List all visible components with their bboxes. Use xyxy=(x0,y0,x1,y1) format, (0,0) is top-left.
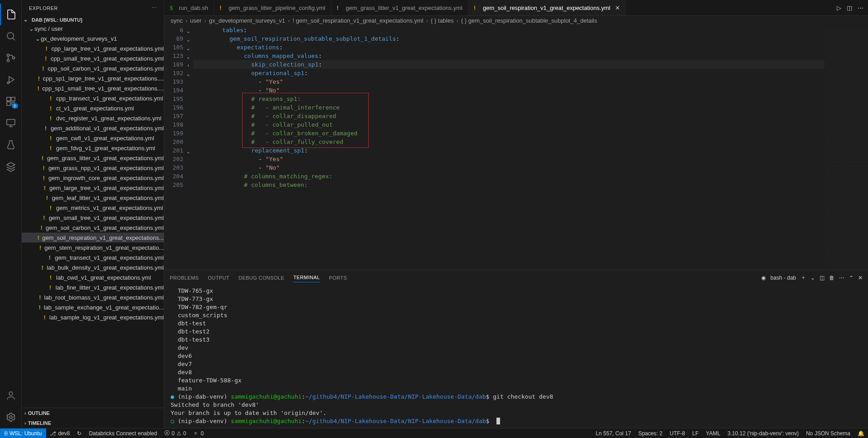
activity-scm-icon[interactable] xyxy=(0,47,22,69)
tree-file[interactable]: !gem_small_tree_v1_great_expectations.ym… xyxy=(22,213,164,223)
tree-file[interactable]: !lab_sample_exchange_v1_great_expectatio… xyxy=(22,302,164,312)
editor-tab[interactable]: !gem_grass_litter_pipeline_config.yml xyxy=(214,0,331,15)
code-line[interactable]: expectations: xyxy=(193,43,825,52)
tree-file[interactable]: !lab_sample_log_v1_great_expectations.ym… xyxy=(22,312,164,322)
activity-extensions-icon[interactable]: 2 xyxy=(0,90,22,112)
code-line[interactable]: # - collar_fully_covered xyxy=(193,138,825,146)
tree-file[interactable]: !lab_bulk_density_v1_great_expectations.… xyxy=(22,262,164,272)
run-icon[interactable]: ▷ xyxy=(837,5,841,11)
tree-file[interactable]: !lab_cwd_v1_great_expectations.yml xyxy=(22,272,164,282)
tree-file[interactable]: !cpp_soil_carbon_v1_great_expectations.y… xyxy=(22,63,164,73)
tree-file[interactable]: !gem_transect_v1_great_expectations.yml xyxy=(22,252,164,262)
activity-explorer-icon[interactable] xyxy=(0,4,22,25)
code-line[interactable]: skip_collection_sp1: xyxy=(193,60,825,69)
activity-testing-icon[interactable] xyxy=(0,134,22,156)
status-lncol[interactable]: Ln 557, Col 17 xyxy=(592,428,634,438)
code-line[interactable]: - "No" xyxy=(193,163,825,172)
tree-file[interactable]: !gem_grass_litter_v1_great_expectations.… xyxy=(22,153,164,163)
panel-tab[interactable]: PROBLEMS xyxy=(170,273,199,282)
panel-tab[interactable]: PORTS xyxy=(329,273,347,282)
tree-file[interactable]: !lab_root_biomass_v1_great_expectations.… xyxy=(22,292,164,302)
panel-tab[interactable]: DEBUG CONSOLE xyxy=(238,273,284,282)
status-spaces[interactable]: Spaces: 2 xyxy=(634,428,666,438)
code-line[interactable]: columns_mapped_values: xyxy=(193,52,825,60)
code-line[interactable]: - "No" xyxy=(193,86,825,95)
fold-icon[interactable]: ⌄ xyxy=(187,52,190,61)
code-line[interactable]: gem_soil_respiration_subtable_subplot_1_… xyxy=(193,34,825,43)
status-databricks[interactable]: Databricks Connect enabled xyxy=(85,428,161,438)
status-schema[interactable]: No JSON Schema xyxy=(802,428,854,438)
breadcrumb-segment[interactable]: { } tables xyxy=(431,17,454,24)
tree-file[interactable]: !gem_additional_v1_great_expectations.ym… xyxy=(22,123,164,133)
tree-file[interactable]: !gem_soil_respiration_v1_great_expectati… xyxy=(22,233,164,243)
minimap[interactable] xyxy=(825,26,868,270)
split-terminal-icon[interactable]: ◫ xyxy=(820,275,825,281)
code-line[interactable]: # - collar_pulled_out xyxy=(193,120,825,129)
tree-file[interactable]: !lab_fine_litter_v1_great_expectations.y… xyxy=(22,282,164,292)
status-python[interactable]: 3.10.12 ('nip-dab-venv': venv) xyxy=(724,428,802,438)
code-line[interactable]: # - collar_broken_or_damaged xyxy=(193,129,825,138)
tree-file[interactable]: !gem_ingrowth_core_great_expectations.ym… xyxy=(22,173,164,183)
sidebar-more-icon[interactable]: ⋯ xyxy=(152,5,157,11)
editor-tab[interactable]: !gem_soil_respiration_v1_great_expectati… xyxy=(468,0,626,15)
code-line[interactable]: operational_sp1: xyxy=(193,69,825,77)
tree-file[interactable]: !gem_soil_carbon_v1_great_expectations.y… xyxy=(22,223,164,233)
fold-icon[interactable]: ⌄ xyxy=(187,44,190,52)
status-branch[interactable]: ⎇ dev8 xyxy=(46,428,73,438)
tree-file[interactable]: !gem_leaf_litter_v1_great_expectations.y… xyxy=(22,193,164,203)
panel-more-icon[interactable]: ⋯ xyxy=(839,275,844,281)
status-problems[interactable]: ⓧ0 ⚠0 xyxy=(161,428,190,438)
code-line[interactable]: # columns_between: xyxy=(193,181,825,189)
activity-stack-icon[interactable] xyxy=(0,156,22,177)
tree-file[interactable]: !cpp_transect_v1_great_expectations.yml xyxy=(22,93,164,103)
status-encoding[interactable]: UTF-8 xyxy=(666,428,689,438)
terminal-dropdown-icon[interactable]: ⌄ xyxy=(811,275,815,281)
split-icon[interactable]: ◫ xyxy=(847,5,852,11)
code-content[interactable]: tables:gem_soil_respiration_subtable_sub… xyxy=(191,26,825,270)
breadcrumb-segment[interactable]: user xyxy=(190,17,201,24)
status-ports[interactable]: ᯤ0 xyxy=(190,428,208,438)
code-line[interactable]: - "Yes" xyxy=(193,77,825,86)
status-eol[interactable]: LF xyxy=(689,428,702,438)
tree-file[interactable]: !ct_v1_great_expectations.yml xyxy=(22,103,164,113)
outline-section[interactable]: › OUTLINE xyxy=(22,408,164,418)
breadcrumb-segment[interactable]: sync xyxy=(171,17,183,24)
tree-file[interactable]: !dvc_register_v1_great_expectations.yml xyxy=(22,113,164,123)
tree-file[interactable]: !cpp_sp1_small_tree_v1_great_expectation… xyxy=(22,83,164,93)
breadcrumbs[interactable]: sync›user›gx_development_surveys_v1›! ge… xyxy=(164,16,868,26)
tree-folder[interactable]: ⌄gx_development_surveys_v1 xyxy=(22,33,164,43)
kill-terminal-icon[interactable]: 🗑 xyxy=(829,275,835,281)
code-line[interactable]: # - animal_interference xyxy=(193,103,825,112)
workspace-header[interactable]: ⌄ DAB [WSL: UBUNTU] xyxy=(22,16,164,24)
activity-search-icon[interactable] xyxy=(0,25,22,47)
status-sync[interactable]: ↻ xyxy=(73,428,85,438)
status-lang[interactable]: YAML xyxy=(702,428,724,438)
activity-debug-icon[interactable] xyxy=(0,69,22,90)
close-tab-icon[interactable]: ✕ xyxy=(615,5,620,11)
panel-close-icon[interactable]: ✕ xyxy=(858,275,863,281)
tree-file[interactable]: !cpp_large_tree_v1_great_expectations.ym… xyxy=(22,43,164,53)
new-terminal-icon[interactable]: ＋ xyxy=(801,274,806,281)
fold-icon[interactable]: › xyxy=(187,61,190,70)
tree-file[interactable]: !gem_stem_respiration_v1_great_expectati… xyxy=(22,243,164,252)
code-line[interactable]: tables: xyxy=(193,26,825,34)
panel-maximize-icon[interactable]: ⌃ xyxy=(849,275,854,281)
tree-file[interactable]: !gem_metrics_v1_great_expectations.yml xyxy=(22,203,164,213)
terminal-shell-label[interactable]: bash - dab xyxy=(770,275,796,281)
panel-tab[interactable]: TERMINAL xyxy=(293,273,320,282)
code-line[interactable]: # columns_matching_regex: xyxy=(193,172,825,181)
timeline-section[interactable]: › TIMELINE xyxy=(22,418,164,428)
more-icon[interactable]: ⋯ xyxy=(858,5,863,11)
editor-tab[interactable]: $run_dab.sh xyxy=(164,0,214,15)
tree-file[interactable]: !gem_large_tree_v1_great_expectations.ym… xyxy=(22,183,164,193)
code-line[interactable]: # - collar_disappeared xyxy=(193,112,825,120)
fold-icon[interactable]: ⌄ xyxy=(187,27,190,35)
tree-folder[interactable]: ⌄sync / user xyxy=(22,24,164,33)
fold-icon[interactable]: ⌄ xyxy=(187,70,190,78)
breadcrumb-segment[interactable]: { } gem_soil_respiration_subtable_subplo… xyxy=(461,17,597,24)
terminal-output[interactable]: TDW-765-gx TDW-773-gx TDW-782-gem-qr cus… xyxy=(164,285,868,428)
status-notifications-icon[interactable]: 🔔 xyxy=(854,428,868,438)
code-line[interactable]: replacement_sp1: xyxy=(193,146,825,155)
activity-account-icon[interactable] xyxy=(0,385,22,406)
tree-file[interactable]: !cpp_small_tree_v1_great_expectations.ym… xyxy=(22,53,164,63)
